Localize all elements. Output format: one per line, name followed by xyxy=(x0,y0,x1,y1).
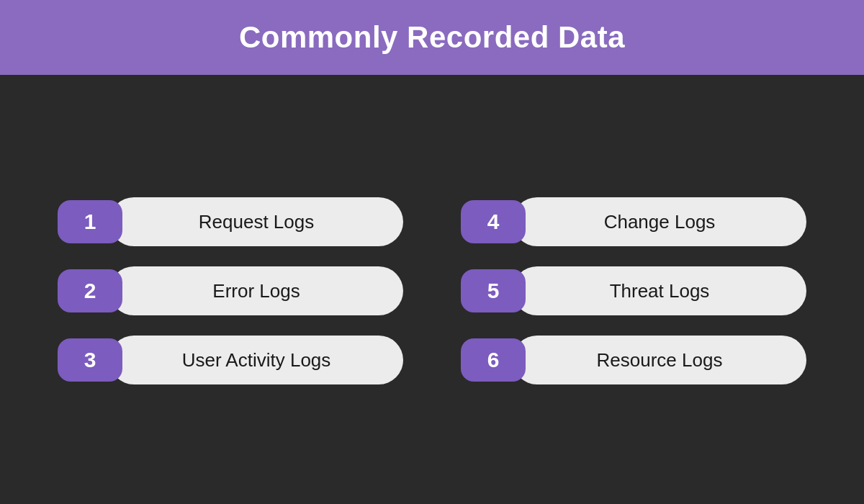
item-label: Error Logs xyxy=(109,266,403,315)
item-number: 3 xyxy=(58,338,122,382)
list-item: 3User Activity Logs xyxy=(58,336,403,384)
page-title: Commonly Recorded Data xyxy=(0,20,864,55)
item-label: Threat Logs xyxy=(513,266,806,315)
item-label: User Activity Logs xyxy=(109,336,403,384)
item-number: 6 xyxy=(461,338,526,382)
item-number: 2 xyxy=(58,269,122,312)
item-number: 1 xyxy=(58,200,122,243)
list-item: 6Resource Logs xyxy=(461,336,806,384)
item-number: 4 xyxy=(461,200,526,243)
item-number: 5 xyxy=(461,269,526,312)
list-item: 1Request Logs xyxy=(58,197,403,246)
item-label: Request Logs xyxy=(109,197,403,246)
list-item: 4Change Logs xyxy=(461,197,806,246)
header: Commonly Recorded Data xyxy=(0,0,864,75)
page-wrapper: Commonly Recorded Data 1Request Logs4Cha… xyxy=(0,0,864,504)
list-item: 2Error Logs xyxy=(58,266,403,315)
item-label: Change Logs xyxy=(513,197,806,246)
items-grid: 1Request Logs4Change Logs2Error Logs5Thr… xyxy=(58,197,806,384)
item-label: Resource Logs xyxy=(513,336,806,384)
list-item: 5Threat Logs xyxy=(461,266,806,315)
main-content: 1Request Logs4Change Logs2Error Logs5Thr… xyxy=(0,75,864,504)
